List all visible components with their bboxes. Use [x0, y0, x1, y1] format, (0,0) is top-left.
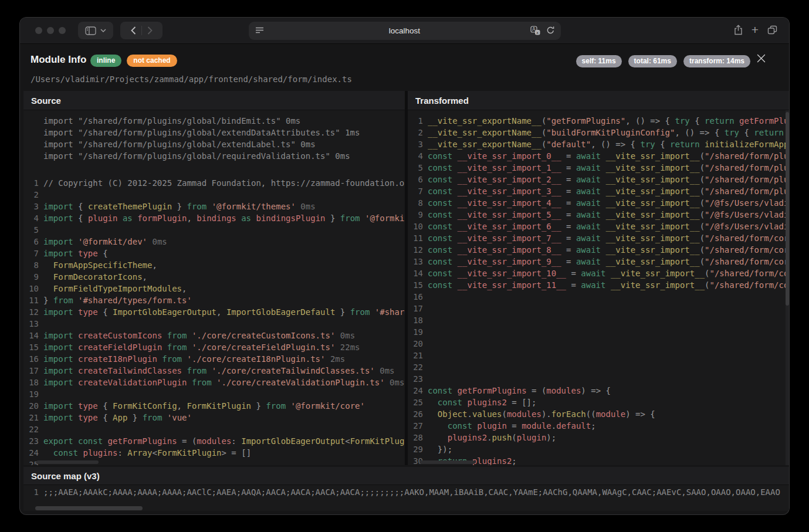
not-cached-badge: not cached: [127, 55, 177, 67]
code-line: 3import { createThemePlugin } from '@for…: [23, 201, 405, 212]
code-line: 16: [408, 291, 789, 303]
code-line: import "/shared/form/plugins/global/bind…: [23, 115, 405, 127]
toolbar-right-actions: +: [734, 23, 777, 36]
code-line: import "/shared/form/plugins/global/requ…: [23, 150, 405, 162]
code-line: 4import { plugin as formPlugin, bindings…: [23, 212, 405, 224]
code-line: 12import type { ImportGlobEagerOutput, I…: [23, 306, 405, 318]
code-line: 11} from '#shared/types/form.ts': [23, 294, 405, 306]
code-line: 2__vite_ssr_exportName__("buildFormKitPl…: [408, 127, 789, 138]
transform-time-badge: transform: 14ms: [683, 55, 750, 67]
code-line: 1// Copyright (C) 2012-2025 Zammad Found…: [23, 177, 405, 189]
code-line: 1__vite_ssr_exportName__("getFormPlugins…: [408, 115, 789, 127]
code-line: import "/shared/form/plugins/global/exte…: [23, 127, 405, 138]
transformed-vscrollbar[interactable]: [786, 112, 789, 306]
code-line: 22: [408, 361, 789, 373]
inline-badge: inline: [90, 55, 121, 67]
window-controls[interactable]: [35, 27, 66, 34]
back-button[interactable]: [131, 26, 136, 35]
code-line: 8const __vite_ssr_import_4__ = await __v…: [408, 197, 789, 209]
sourcemap-code[interactable]: 1;;;AAEA;AAAkC;AAAA;AAAA;AAAA;AAClC;AAEA…: [23, 485, 789, 511]
page-title: Module Info: [31, 54, 86, 66]
zoom-window-button[interactable]: [59, 27, 66, 34]
code-line: 6const __vite_ssr_import_2__ = await __v…: [408, 174, 789, 185]
self-time-badge: self: 11ms: [576, 55, 622, 67]
code-line: 15import createFieldPlugin from './core/…: [23, 341, 405, 353]
code-line: 20import type { FormKitConfig, FormKitPl…: [23, 400, 405, 412]
code-line: 16import createI18nPlugin from './core/c…: [23, 353, 405, 365]
code-line: 11const __vite_ssr_import_7__ = await __…: [408, 232, 789, 244]
code-line: 21import type { App } from 'vue': [23, 412, 405, 423]
code-line: 19: [408, 326, 789, 338]
source-hscrollbar[interactable]: [36, 460, 99, 464]
address-bar-actions: A x: [530, 26, 555, 35]
code-line: 24const getFormPlugins = (modules) => {: [408, 385, 789, 397]
code-line: 10const __vite_ssr_import_6__ = await __…: [408, 221, 789, 232]
forward-button[interactable]: [147, 26, 153, 35]
source-panel: Source import "/shared/form/plugins/glob…: [23, 91, 405, 465]
tab-overview-icon[interactable]: [767, 25, 777, 35]
total-time-badge: total: 61ms: [628, 55, 677, 67]
sourcemap-hscrollbar[interactable]: [35, 506, 143, 510]
sourcemap-panel-title: Source map (v3): [23, 467, 789, 485]
code-line: 27 const plugin = module.default;: [408, 420, 789, 432]
translate-icon[interactable]: A x: [530, 26, 540, 35]
transformed-code-lines: 1__vite_ssr_exportName__("getFormPlugins…: [408, 115, 789, 465]
svg-text:x: x: [536, 31, 539, 35]
code-line: 28 plugins2.push(plugin);: [408, 432, 789, 443]
code-line: 18: [408, 314, 789, 326]
source-code[interactable]: import "/shared/form/plugins/global/bind…: [23, 110, 405, 465]
code-line: 1;;;AAEA;AAAkC;AAAA;AAAA;AAAA;AAClC;AAEA…: [23, 486, 789, 498]
transformed-hscrollbar[interactable]: [419, 460, 475, 464]
code-line: 4const __vite_ssr_import_0__ = await __v…: [408, 150, 789, 162]
code-line: 9const __vite_ssr_import_5__ = await __v…: [408, 209, 789, 221]
transformed-panel: Transformed 1__vite_ssr_exportName__("ge…: [408, 91, 789, 465]
sourcemap-lines: 1;;;AAEA;AAAkC;AAAA;AAAA;AAAA;AAClC;AAEA…: [23, 486, 789, 498]
browser-toolbar: localhost A x: [20, 18, 789, 44]
browser-window: localhost A x: [20, 18, 789, 514]
code-line: 25 const plugins2 = [];: [408, 397, 789, 408]
nav-divider: [141, 26, 142, 35]
sidebar-icon: [85, 26, 96, 35]
transformed-code[interactable]: 1__vite_ssr_exportName__("getFormPlugins…: [408, 110, 789, 465]
share-icon[interactable]: [734, 25, 743, 35]
code-line: 20: [408, 338, 789, 350]
code-line: 8 FormAppSpecificTheme,: [23, 259, 405, 271]
source-code-lines: 1// Copyright (C) 2012-2025 Zammad Found…: [23, 177, 405, 465]
sidebar-toggle-button[interactable]: [78, 22, 113, 39]
code-line: 13const __vite_ssr_import_9__ = await __…: [408, 256, 789, 267]
address-text: localhost: [249, 22, 561, 40]
transformed-panel-title: Transformed: [408, 91, 789, 110]
code-line: 24 const plugins: Array<FormKitPlugin> =…: [23, 447, 405, 459]
code-line: 7const __vite_ssr_import_3__ = await __v…: [408, 185, 789, 197]
close-window-button[interactable]: [35, 27, 42, 34]
code-line: 9 FormDecoratorIcons,: [23, 271, 405, 283]
nav-buttons: [120, 22, 163, 39]
code-line: 14import createCustomIcons from './core/…: [23, 330, 405, 341]
sourcemap-panel: Source map (v3) 1;;;AAEA;AAAkC;AAAA;AAAA…: [23, 467, 789, 511]
new-tab-icon[interactable]: +: [752, 23, 759, 36]
source-panel-title: Source: [23, 91, 405, 110]
code-line: 7import type {: [23, 248, 405, 259]
code-line: 14const __vite_ssr_import_10__ = await _…: [408, 267, 789, 279]
code-line: 18import createValidationPlugin from './…: [23, 377, 405, 388]
code-line: 23export const getFormPlugins = (modules…: [23, 435, 405, 447]
code-line: import "/shared/form/plugins/global/exte…: [23, 138, 405, 150]
address-bar[interactable]: localhost A x: [249, 22, 561, 40]
code-line: 21: [408, 350, 789, 361]
code-line: 19: [23, 388, 405, 400]
minimize-window-button[interactable]: [47, 27, 54, 34]
code-line: 3__vite_ssr_exportName__("default", () =…: [408, 138, 789, 150]
code-line: 6import '@formkit/dev' 0ms: [23, 236, 405, 248]
code-line: 5const __vite_ssr_import_1__ = await __v…: [408, 162, 789, 174]
code-line: 15const __vite_ssr_import_11__ = await _…: [408, 279, 789, 291]
timing-badges: self: 11ms total: 61ms transform: 14ms: [576, 55, 750, 67]
code-line: 22: [23, 423, 405, 435]
reload-icon[interactable]: [546, 26, 555, 35]
code-line: 26 Object.values(modules).forEach((modul…: [408, 408, 789, 420]
code-line: 17: [408, 303, 789, 314]
code-line: 13: [23, 318, 405, 330]
code-line: 29 });: [408, 443, 789, 455]
code-line: 2: [23, 189, 405, 201]
close-icon[interactable]: [757, 54, 766, 63]
inline-imports-block: import "/shared/form/plugins/global/bind…: [23, 115, 405, 162]
